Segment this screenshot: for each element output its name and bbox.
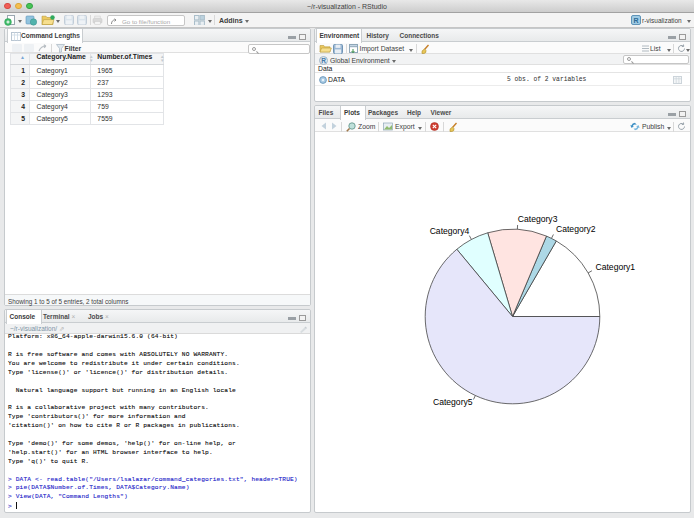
svg-text:R: R [321, 57, 326, 64]
svg-text:R: R [633, 17, 638, 24]
